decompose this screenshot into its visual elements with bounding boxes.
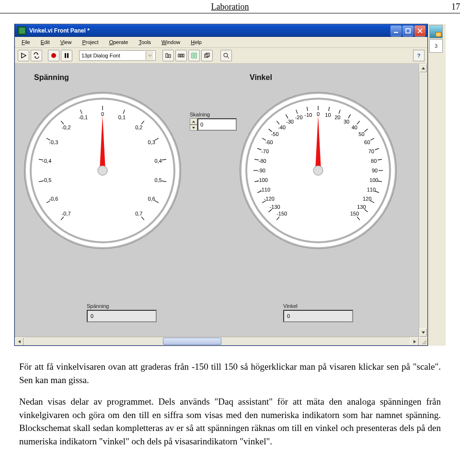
menu-operate[interactable]: Operate: [104, 38, 133, 46]
gauge-spanning[interactable]: -0,7-0,6-0,5-0,4-0,3-0,2-0,100,10,20,30,…: [24, 92, 181, 249]
menu-tools[interactable]: Tools: [134, 38, 156, 46]
reorder-button[interactable]: [201, 50, 213, 61]
run-continuous-button[interactable]: [31, 50, 42, 61]
spanning-ind-label: Spänning: [87, 303, 157, 309]
svg-text:50: 50: [358, 131, 364, 137]
svg-text:-20: -20: [295, 114, 303, 120]
svg-text:0,2: 0,2: [135, 125, 142, 130]
scroll-up-icon[interactable]: [419, 64, 427, 73]
svg-text:130: 130: [357, 204, 366, 210]
search-button[interactable]: [220, 50, 232, 61]
svg-text:-150: -150: [276, 211, 287, 216]
vinkel-ind-label: Vinkel: [283, 303, 353, 309]
svg-text:-0,7: -0,7: [62, 211, 71, 216]
vinkel-indicator: Vinkel 0: [283, 303, 353, 322]
window-title: Vinkel.vi Front Panel *: [29, 27, 391, 34]
distribute-objects-button[interactable]: [175, 50, 187, 61]
svg-text:0,3: 0,3: [148, 139, 155, 145]
svg-text:-0,6: -0,6: [49, 196, 58, 202]
run-button[interactable]: [18, 50, 29, 61]
menu-file[interactable]: File: [17, 38, 35, 46]
svg-text:30: 30: [344, 119, 349, 125]
svg-rect-5: [181, 54, 182, 57]
minimize-button[interactable]: [391, 25, 402, 36]
abort-button[interactable]: [48, 50, 59, 61]
skalning-label: Skalning: [190, 112, 237, 117]
skalning-control: Skalning 0: [190, 112, 237, 131]
scroll-down-icon[interactable]: [419, 328, 427, 337]
svg-point-43: [98, 166, 107, 175]
horizontal-scrollbar[interactable]: [15, 337, 419, 345]
skalning-value: 0: [200, 122, 203, 127]
menu-edit[interactable]: Edit: [36, 38, 55, 46]
svg-text:-0,4: -0,4: [42, 158, 51, 164]
context-aux-column: 3: [428, 24, 446, 346]
doc-running-header: Laboration 17: [0, 0, 460, 13]
font-selector-label: 13pt Dialog Font: [81, 53, 120, 58]
connector-pane-icon[interactable]: 3: [429, 39, 443, 53]
help-button[interactable]: ?: [413, 50, 425, 61]
svg-text:-50: -50: [271, 131, 279, 137]
svg-text:10: 10: [325, 112, 331, 118]
scroll-corner: [419, 337, 427, 345]
vertical-scrollbar[interactable]: [419, 64, 427, 337]
svg-rect-3: [169, 55, 171, 57]
scroll-right-icon[interactable]: [410, 337, 419, 345]
scroll-left-icon[interactable]: [15, 337, 24, 345]
skalning-increment[interactable]: [190, 118, 197, 125]
vi-icon[interactable]: [429, 25, 443, 38]
paragraph-1: För att få vinkelvisaren ovan att grader…: [19, 360, 441, 386]
doc-header-label: Laboration: [19, 2, 441, 12]
close-button[interactable]: [414, 25, 426, 36]
front-panel[interactable]: Spänning Vinkel -0,7-0,6-0,5-0,4-0,3-0,2…: [15, 64, 427, 345]
app-icon: [18, 26, 26, 35]
svg-text:-0,2: -0,2: [62, 125, 71, 130]
spanning-ind-value: 0: [91, 313, 93, 319]
pause-button[interactable]: [61, 50, 72, 61]
svg-text:-0,3: -0,3: [49, 139, 58, 145]
svg-text:110: 110: [367, 187, 376, 193]
svg-text:-10: -10: [305, 112, 312, 118]
svg-point-10: [224, 53, 228, 57]
window-titlebar[interactable]: Vinkel.vi Front Panel *: [15, 24, 427, 37]
font-selector[interactable]: 13pt Dialog Font: [79, 50, 156, 61]
svg-text:100: 100: [369, 177, 378, 183]
menu-help[interactable]: Help: [186, 38, 207, 46]
menu-bar: File Edit View Project Operate Tools Win…: [15, 37, 427, 48]
resize-objects-button[interactable]: [188, 50, 200, 61]
svg-text:0,6: 0,6: [148, 196, 155, 202]
chevron-down-icon: [146, 51, 153, 60]
svg-text:0,4: 0,4: [155, 158, 162, 164]
svg-text:-110: -110: [260, 187, 270, 193]
doc-page-number: 17: [441, 2, 460, 12]
svg-rect-4: [178, 54, 180, 57]
svg-text:120: 120: [363, 196, 371, 202]
svg-text:60: 60: [364, 139, 370, 145]
svg-rect-1: [406, 29, 410, 33]
menu-view[interactable]: View: [56, 38, 77, 46]
resize-grip-icon[interactable]: [421, 339, 426, 344]
maximize-button[interactable]: [402, 25, 414, 36]
skalning-decrement[interactable]: [190, 125, 197, 131]
gauge1-title: Spänning: [34, 73, 69, 82]
svg-text:150: 150: [350, 211, 359, 216]
svg-text:40: 40: [352, 125, 357, 130]
menu-window[interactable]: Window: [157, 38, 185, 46]
svg-rect-6: [183, 54, 184, 57]
paragraph-2: Nedan visas delar av programmet. Dels an…: [19, 395, 441, 448]
svg-text:0,5: 0,5: [155, 177, 162, 183]
align-objects-button[interactable]: [162, 50, 174, 61]
svg-text:-0,5: -0,5: [42, 177, 51, 183]
svg-text:-40: -40: [278, 125, 286, 130]
hscroll-thumb[interactable]: [163, 338, 221, 345]
svg-text:-60: -60: [265, 139, 273, 145]
spanning-indicator: Spänning 0: [87, 303, 157, 322]
skalning-field[interactable]: 0: [197, 118, 237, 131]
menu-project[interactable]: Project: [77, 38, 103, 46]
gauge-vinkel[interactable]: -150-130-120-110-100-90-80-70-60-50-40-3…: [240, 92, 396, 249]
svg-text:-100: -100: [257, 177, 268, 183]
svg-text:-70: -70: [261, 148, 269, 154]
svg-text:0,7: 0,7: [135, 211, 142, 216]
svg-text:80: 80: [371, 158, 377, 164]
svg-text:-130: -130: [270, 204, 280, 210]
